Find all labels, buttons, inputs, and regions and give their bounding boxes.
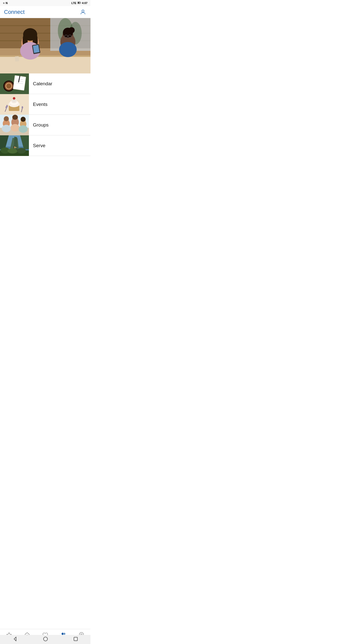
groups-thumbnail [0, 115, 29, 135]
groups-item-text: Groups [29, 115, 90, 135]
user-profile-icon [80, 9, 86, 15]
svg-rect-12 [0, 56, 90, 73]
svg-point-61 [4, 116, 9, 121]
top-nav-bar: Connect [0, 6, 90, 18]
calendar-item-text: Calendar [29, 73, 90, 94]
svg-point-69 [11, 124, 20, 132]
svg-point-50 [13, 97, 15, 100]
calendar-thumb-illustration [0, 73, 29, 94]
events-thumb-illustration [0, 94, 29, 115]
calendar-menu-item[interactable]: Calendar [0, 73, 90, 94]
svg-point-64 [12, 115, 18, 120]
time-display: 4:07 [82, 2, 87, 5]
svg-point-3 [82, 10, 84, 12]
svg-rect-30 [15, 56, 19, 61]
menu-list: Calendar [0, 73, 90, 156]
page-title: Connect [4, 9, 25, 15]
svg-point-36 [6, 84, 11, 89]
status-bar: ≡ N LTE 4:07 [0, 0, 90, 6]
svg-point-70 [19, 125, 28, 133]
svg-point-29 [59, 42, 77, 57]
events-item-text: Events [29, 94, 90, 114]
svg-point-67 [21, 117, 26, 122]
svg-point-25 [69, 27, 75, 33]
serve-thumbnail [0, 135, 29, 156]
serve-menu-item[interactable]: Serve [0, 135, 90, 156]
battery-icon [77, 2, 81, 5]
hero-illustration [0, 18, 90, 73]
serve-label: Serve [33, 143, 46, 148]
svg-point-85 [8, 148, 18, 153]
serve-thumb-illustration [0, 135, 29, 156]
events-thumbnail [0, 94, 29, 115]
svg-rect-2 [78, 2, 79, 4]
svg-rect-1 [80, 2, 81, 3]
svg-rect-13 [0, 55, 90, 57]
lte-icon: LTE [71, 2, 76, 5]
events-menu-item[interactable]: Events [0, 94, 90, 115]
main-content: Connect [0, 6, 90, 181]
svg-point-86 [17, 148, 26, 153]
svg-point-53 [6, 106, 7, 109]
calendar-thumbnail [0, 73, 29, 94]
groups-menu-item[interactable]: Groups [0, 115, 90, 135]
groups-thumb-illustration [0, 115, 29, 135]
profile-button[interactable] [79, 9, 86, 16]
svg-point-55 [22, 106, 23, 109]
signal-text: N [6, 2, 8, 5]
status-bar-left: ≡ N [3, 2, 8, 5]
serve-item-text: Serve [29, 135, 90, 156]
sim-icon: ≡ [3, 2, 5, 5]
groups-label: Groups [33, 122, 49, 128]
svg-point-68 [2, 125, 11, 132]
events-label: Events [33, 102, 48, 107]
status-bar-right: LTE 4:07 [71, 2, 87, 5]
hero-image [0, 18, 90, 73]
calendar-label: Calendar [33, 81, 52, 87]
